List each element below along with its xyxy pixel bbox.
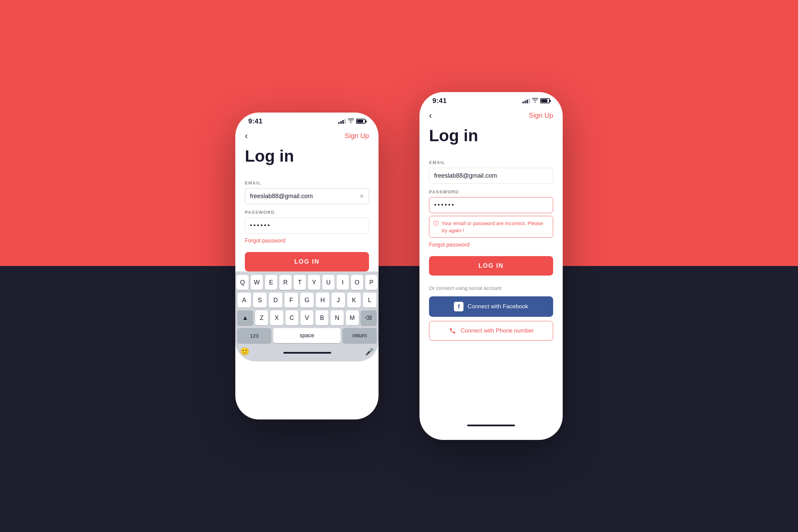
forgot-password-left[interactable]: Forgot password (245, 238, 369, 244)
facebook-connect-button[interactable]: f Connect with Facebook (429, 296, 553, 317)
mic-key[interactable]: 🎤 (365, 348, 374, 356)
key-h[interactable]: H (316, 293, 329, 308)
error-message-box: ⓘ Your email or password are incorrect. … (429, 216, 553, 238)
keyboard-row-2: A S D F G H J K L (237, 293, 376, 308)
key-s[interactable]: S (253, 293, 267, 308)
key-a[interactable]: A (237, 293, 251, 308)
key-i[interactable]: I (337, 275, 349, 290)
signal-icon-right (522, 99, 530, 103)
num-key[interactable]: 123 (237, 328, 271, 343)
key-u[interactable]: U (322, 275, 335, 290)
password-value-left: •••••• (250, 222, 271, 229)
email-label-right: EMAIL (429, 160, 553, 165)
key-p[interactable]: P (365, 275, 378, 290)
key-r[interactable]: R (279, 275, 292, 290)
page-title-right: Log in (429, 126, 553, 145)
keyboard-row-4: 123 space return (237, 328, 376, 343)
key-z[interactable]: Z (255, 310, 268, 325)
return-key[interactable]: return (343, 328, 376, 343)
status-time-right: 9:41 (432, 97, 447, 105)
key-g[interactable]: G (300, 293, 314, 308)
status-time-left: 9:41 (248, 117, 263, 125)
facebook-label: Connect with Facebook (468, 303, 528, 310)
key-x[interactable]: X (270, 310, 283, 325)
phone-label: Connect with Phone number (461, 327, 534, 334)
key-q[interactable]: Q (236, 275, 249, 290)
error-icon: ⓘ (433, 220, 439, 227)
shift-key[interactable]: ▲ (237, 310, 253, 325)
key-c[interactable]: C (285, 310, 298, 325)
main-container: 9:41 (0, 0, 798, 532)
key-k[interactable]: K (347, 293, 361, 308)
status-icons-right (522, 98, 550, 104)
back-button-right[interactable]: ‹ (429, 110, 432, 121)
battery-icon (356, 119, 366, 124)
email-value-left: freeslab88@gmail.com (250, 193, 359, 200)
status-bar-left: 9:41 (245, 113, 369, 128)
key-b[interactable]: B (315, 310, 328, 325)
space-key[interactable]: space (273, 328, 341, 343)
signup-button-right[interactable]: Sign Up (529, 112, 553, 119)
key-v[interactable]: V (300, 310, 313, 325)
phone-connect-button[interactable]: Connect with Phone number (429, 321, 553, 341)
status-bar-right: 9:41 (429, 92, 553, 107)
email-label-left: EMAIL (245, 180, 369, 186)
key-w[interactable]: W (251, 275, 263, 290)
key-l[interactable]: L (363, 293, 376, 308)
key-t[interactable]: T (294, 275, 306, 290)
password-value-right: •••••• (434, 202, 455, 209)
key-o[interactable]: O (351, 275, 363, 290)
phone-right: 9:41 (419, 92, 563, 440)
keyboard: Q W E R T Y U I O P A S D F G H (235, 271, 379, 361)
wifi-icon-right (532, 98, 538, 104)
error-text: Your email or password are incorrect. Pl… (442, 220, 549, 234)
key-d[interactable]: D (269, 293, 282, 308)
password-label-left: PASSWORD (245, 210, 369, 215)
battery-icon-right (540, 98, 550, 103)
signal-icon (338, 119, 346, 124)
phone-left: 9:41 (235, 113, 379, 419)
home-indicator (283, 352, 331, 354)
password-input-left[interactable]: •••••• (245, 218, 369, 234)
facebook-icon: f (454, 302, 463, 311)
page-title-left: Log in (245, 147, 369, 165)
keyboard-bottom: 🙂 🎤 (237, 346, 376, 359)
status-icons-left (338, 118, 366, 124)
key-y[interactable]: Y (308, 275, 320, 290)
key-j[interactable]: J (331, 293, 345, 308)
nav-bar-right: ‹ Sign Up (429, 107, 553, 126)
phone-icon (448, 327, 457, 335)
key-f[interactable]: F (284, 293, 298, 308)
home-indicator-right (467, 425, 515, 426)
keyboard-row-3: ▲ Z X C V B N M ⌫ (237, 310, 376, 325)
password-input-right[interactable]: •••••• (429, 197, 553, 213)
emoji-key[interactable]: 🙂 (240, 347, 249, 356)
signup-button-left[interactable]: Sign Up (345, 132, 369, 140)
email-input-left[interactable]: freeslab88@gmail.com ✕ (245, 188, 369, 204)
login-button-left[interactable]: LOG IN (245, 252, 369, 271)
login-button-right[interactable]: LOG IN (429, 256, 553, 276)
keyboard-row-1: Q W E R T Y U I O P (237, 275, 376, 290)
bottom-area (429, 345, 553, 430)
key-e[interactable]: E (265, 275, 277, 290)
email-value-right: freeslab88@gmail.com (434, 172, 548, 179)
delete-key[interactable]: ⌫ (361, 310, 376, 325)
clear-button-left[interactable]: ✕ (359, 193, 364, 200)
forgot-password-right[interactable]: Forgot password (429, 242, 553, 248)
social-divider: Or connect using social account (429, 285, 553, 291)
wifi-icon (348, 118, 354, 124)
key-m[interactable]: M (346, 310, 359, 325)
key-n[interactable]: N (330, 310, 343, 325)
nav-bar-left: ‹ Sign Up (245, 128, 369, 147)
password-label-right: PASSWORD (429, 189, 553, 194)
back-button-left[interactable]: ‹ (245, 131, 248, 141)
email-input-right[interactable]: freeslab88@gmail.com (429, 168, 553, 184)
